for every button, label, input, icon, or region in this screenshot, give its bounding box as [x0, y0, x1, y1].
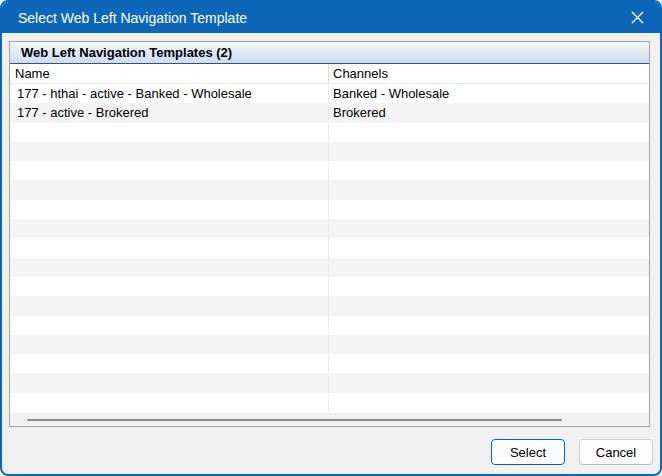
table-row[interactable] — [10, 219, 649, 238]
row-name-cell — [10, 354, 329, 373]
row-channels-cell — [329, 161, 649, 180]
row-channels-cell — [329, 316, 649, 335]
row-name-cell — [10, 335, 329, 354]
table-row[interactable] — [10, 161, 649, 180]
grid-header: Name Channels — [10, 64, 649, 84]
table-row[interactable] — [10, 335, 649, 354]
table-row[interactable] — [10, 142, 649, 161]
table-row[interactable] — [10, 393, 649, 412]
row-name-cell — [10, 180, 329, 199]
row-channels-cell — [329, 238, 649, 257]
row-channels-cell — [329, 123, 649, 142]
table-row[interactable] — [10, 373, 649, 392]
row-channels-cell: Banked - Wholesale — [329, 84, 649, 103]
row-channels-cell — [329, 258, 649, 277]
row-name-cell — [10, 277, 329, 296]
row-channels-cell — [329, 277, 649, 296]
row-channels-cell — [329, 335, 649, 354]
row-name-cell — [10, 123, 329, 142]
column-header-channels[interactable]: Channels — [329, 64, 649, 83]
table-row[interactable] — [10, 200, 649, 219]
row-channels-cell — [329, 354, 649, 373]
column-header-name[interactable]: Name — [10, 64, 329, 83]
row-channels-cell — [329, 142, 649, 161]
close-icon — [631, 11, 644, 24]
row-name-cell: 177 - active - Brokered — [10, 103, 329, 122]
row-name-cell — [10, 393, 329, 412]
table-row[interactable] — [10, 277, 649, 296]
table-row[interactable] — [10, 354, 649, 373]
window-title: Select Web Left Navigation Template — [2, 10, 247, 26]
row-channels-cell — [329, 219, 649, 238]
row-name-cell — [10, 142, 329, 161]
title-bar[interactable]: Select Web Left Navigation Template — [2, 2, 660, 33]
horizontal-scrollbar[interactable] — [10, 413, 649, 426]
row-name-cell — [10, 296, 329, 315]
row-name-cell — [10, 161, 329, 180]
table-row[interactable] — [10, 180, 649, 199]
row-channels-cell: Brokered — [329, 103, 649, 122]
row-name-cell — [10, 373, 329, 392]
row-name-cell — [10, 316, 329, 335]
row-channels-cell — [329, 180, 649, 199]
row-channels-cell — [329, 200, 649, 219]
template-group: Web Left Navigation Templates (2) Name C… — [9, 41, 650, 427]
table-row[interactable] — [10, 123, 649, 142]
select-button[interactable]: Select — [491, 439, 565, 465]
row-name-cell — [10, 200, 329, 219]
table-row[interactable] — [10, 316, 649, 335]
scrollbar-thumb[interactable] — [27, 419, 562, 421]
table-row[interactable] — [10, 238, 649, 257]
row-channels-cell — [329, 296, 649, 315]
group-header: Web Left Navigation Templates (2) — [10, 42, 649, 64]
dialog-window: Select Web Left Navigation Template Web … — [0, 0, 662, 476]
row-name-cell — [10, 238, 329, 257]
grid-body: 177 - hthai - active - Banked - Wholesal… — [10, 84, 649, 413]
table-row[interactable] — [10, 258, 649, 277]
row-name-cell: 177 - hthai - active - Banked - Wholesal… — [10, 84, 329, 103]
row-name-cell — [10, 219, 329, 238]
dialog-content: Web Left Navigation Templates (2) Name C… — [2, 33, 660, 474]
table-row[interactable] — [10, 296, 649, 315]
close-button[interactable] — [614, 2, 660, 33]
cancel-button[interactable]: Cancel — [579, 439, 653, 465]
row-channels-cell — [329, 373, 649, 392]
row-channels-cell — [329, 393, 649, 412]
table-row[interactable]: 177 - active - Brokered Brokered — [10, 103, 649, 122]
table-row[interactable]: 177 - hthai - active - Banked - Wholesal… — [10, 84, 649, 103]
row-name-cell — [10, 258, 329, 277]
